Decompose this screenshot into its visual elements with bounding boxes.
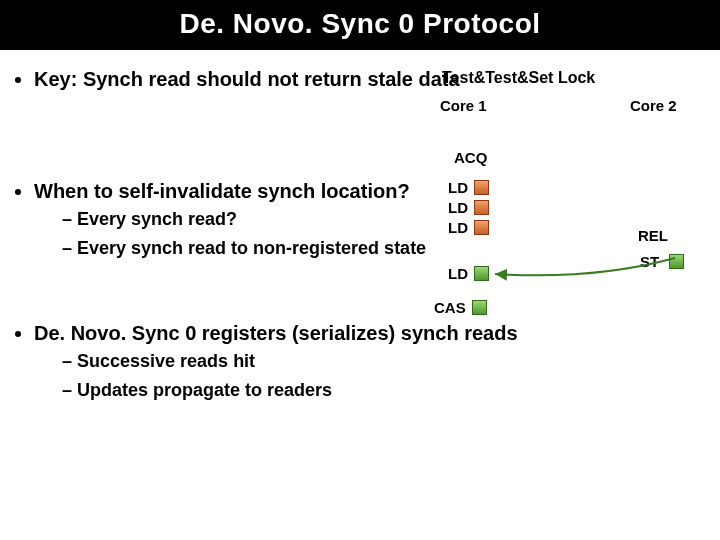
ld-box-icon xyxy=(474,200,489,215)
cas-box-icon xyxy=(472,300,487,315)
bullet-reg: De. Novo. Sync 0 registers (serializes) … xyxy=(34,320,684,403)
op-cas-text: CAS xyxy=(434,299,466,316)
bullet-reg-sublist: Successive reads hit Updates propagate t… xyxy=(34,350,684,403)
label-rel: REL xyxy=(638,226,668,246)
op-ld-1-text: LD xyxy=(448,179,468,196)
op-ld-3-text: LD xyxy=(448,219,468,236)
op-ld-1: LD xyxy=(448,178,489,198)
bullet-group-when: When to self-invalidate synch location? … xyxy=(0,178,720,267)
op-cas: CAS xyxy=(434,298,487,318)
ld-box-green-icon xyxy=(474,266,489,281)
slide-title: De. Novo. Sync 0 Protocol xyxy=(0,0,720,50)
bullet-when-text: When to self-invalidate synch location? xyxy=(34,180,410,202)
ld-box-icon xyxy=(474,220,489,235)
op-ld-3: LD xyxy=(448,218,489,238)
bullet-group-key: Key: Synch read should not return stale … xyxy=(0,66,720,98)
title-text: De. Novo. Sync 0 Protocol xyxy=(179,8,540,39)
op-ld-4-text: LD xyxy=(448,265,468,282)
sub-updates-propagate: Updates propagate to readers xyxy=(62,379,684,402)
ld-box-icon xyxy=(474,180,489,195)
st-box-icon xyxy=(669,254,684,269)
bullet-when: When to self-invalidate synch location? … xyxy=(34,178,494,261)
sub-successive-hit: Successive reads hit xyxy=(62,350,684,373)
label-test-test-set-lock: Test&Test&Set Lock xyxy=(442,68,595,89)
bullet-reg-text: De. Novo. Sync 0 registers (serializes) … xyxy=(34,322,518,344)
label-acq: ACQ xyxy=(454,148,487,168)
label-core-1: Core 1 xyxy=(440,96,487,116)
label-core-2: Core 2 xyxy=(630,96,677,116)
bullet-key-text: Key: Synch read should not return stale … xyxy=(34,68,460,90)
sub-every-read: Every synch read? xyxy=(62,208,494,231)
bullet-when-sublist: Every synch read? Every synch read to no… xyxy=(34,208,494,261)
op-ld-2: LD xyxy=(448,198,489,218)
label-st-text: ST xyxy=(640,253,659,270)
bullet-group-reg: De. Novo. Sync 0 registers (serializes) … xyxy=(0,320,720,409)
op-ld-2-text: LD xyxy=(448,199,468,216)
sub-every-read-nonreg: Every synch read to non-registered state xyxy=(62,237,494,260)
bullet-key: Key: Synch read should not return stale … xyxy=(34,66,474,92)
label-st: ST xyxy=(640,252,684,272)
op-ld-4: LD xyxy=(448,264,489,284)
